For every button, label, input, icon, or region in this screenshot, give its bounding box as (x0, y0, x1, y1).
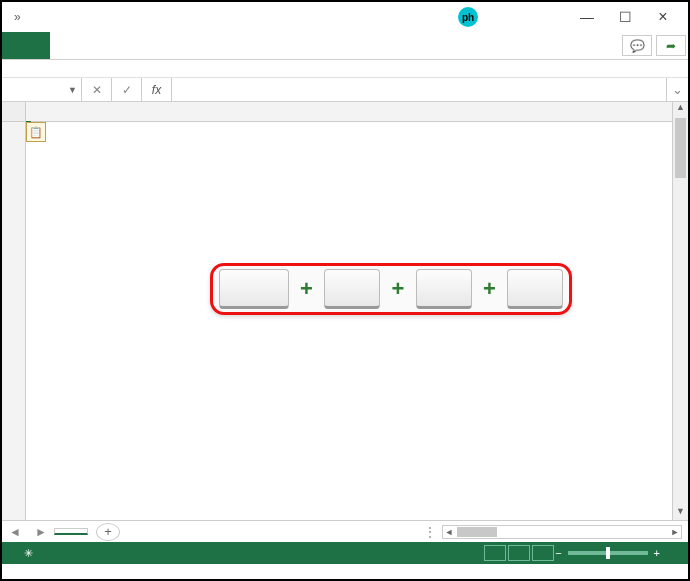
formula-bar: ▼ ✕ ✓ fx ⌄ (2, 78, 688, 102)
new-sheet-button[interactable]: + (96, 523, 120, 541)
tab-page-layout[interactable] (106, 32, 134, 59)
accessibility-icon: ✳ (24, 547, 33, 560)
status-bar: ✳ − + (2, 542, 688, 564)
row-headers-column (2, 102, 26, 520)
paste-options-icon[interactable]: 📋 (26, 122, 46, 142)
tab-home[interactable] (50, 32, 78, 59)
close-button[interactable]: × (644, 8, 682, 26)
vscroll-thumb[interactable] (675, 118, 686, 178)
formula-expand-icon[interactable]: ⌄ (666, 78, 688, 101)
enter-formula-icon[interactable]: ✓ (112, 78, 142, 101)
view-normal-icon[interactable] (484, 545, 506, 561)
sheet-nav-next-icon[interactable]: ► (28, 525, 54, 539)
quick-access-more-icon[interactable]: » (14, 10, 21, 24)
zoom-slider[interactable] (568, 551, 648, 555)
sheet-tab-bar: ◄ ► + ⋮ ◄ ► (2, 520, 688, 542)
vertical-scrollbar[interactable]: ▲ ▼ (672, 102, 688, 520)
name-box[interactable]: ▼ (2, 78, 82, 101)
maximize-button[interactable]: ☐ (606, 9, 644, 25)
tab-view[interactable] (218, 32, 246, 59)
key-alt (219, 269, 289, 309)
zoom-in-icon[interactable]: + (654, 547, 660, 559)
tab-insert[interactable] (78, 32, 106, 59)
shortcut-overlay: + + + (210, 263, 572, 315)
comments-button[interactable]: 💬 (622, 35, 652, 56)
sheet-tab[interactable] (54, 528, 88, 535)
ribbon-collapsed-area (2, 60, 688, 78)
share-button[interactable]: ➦ (656, 35, 686, 56)
zoom-out-icon[interactable]: − (555, 547, 561, 559)
tab-review[interactable] (190, 32, 218, 59)
scroll-up-icon[interactable]: ▲ (673, 102, 688, 116)
account-icon[interactable]: ph (458, 7, 478, 27)
scroll-left-icon[interactable]: ◄ (443, 526, 455, 538)
key-a (507, 269, 563, 309)
formula-input[interactable] (172, 78, 666, 101)
excel-window: » ph — ☐ × 💬 ➦ ▼ ✕ ✓ fx (0, 0, 690, 581)
plus-icon: + (300, 276, 313, 302)
hscroll-thumb[interactable] (457, 527, 497, 537)
key-h (324, 269, 380, 309)
ribbon-tabs: 💬 ➦ (2, 32, 688, 60)
sheet-nav-prev-icon[interactable]: ◄ (2, 525, 28, 539)
view-page-break-icon[interactable] (532, 545, 554, 561)
name-box-dropdown-icon[interactable]: ▼ (68, 85, 77, 95)
key-o (416, 269, 472, 309)
row-headers (2, 122, 26, 520)
tab-split-handle[interactable]: ⋮ (424, 525, 436, 539)
column-headers (26, 102, 672, 122)
title-bar: » ph — ☐ × (2, 2, 688, 32)
select-all-corner[interactable] (2, 102, 26, 122)
fx-icon[interactable]: fx (142, 78, 172, 101)
file-tab[interactable] (2, 32, 50, 59)
scroll-down-icon[interactable]: ▼ (673, 506, 688, 520)
tab-formulas[interactable] (134, 32, 162, 59)
plus-icon: + (483, 276, 496, 302)
view-page-layout-icon[interactable] (508, 545, 530, 561)
cancel-formula-icon[interactable]: ✕ (82, 78, 112, 101)
tab-help[interactable] (246, 32, 274, 59)
tab-data[interactable] (162, 32, 190, 59)
horizontal-scrollbar[interactable]: ◄ ► (442, 525, 682, 539)
accessibility-status[interactable]: ✳ (24, 547, 37, 560)
minimize-button[interactable]: — (568, 9, 606, 25)
zoom-knob[interactable] (606, 547, 610, 559)
plus-icon: + (392, 276, 405, 302)
scroll-right-icon[interactable]: ► (669, 526, 681, 538)
